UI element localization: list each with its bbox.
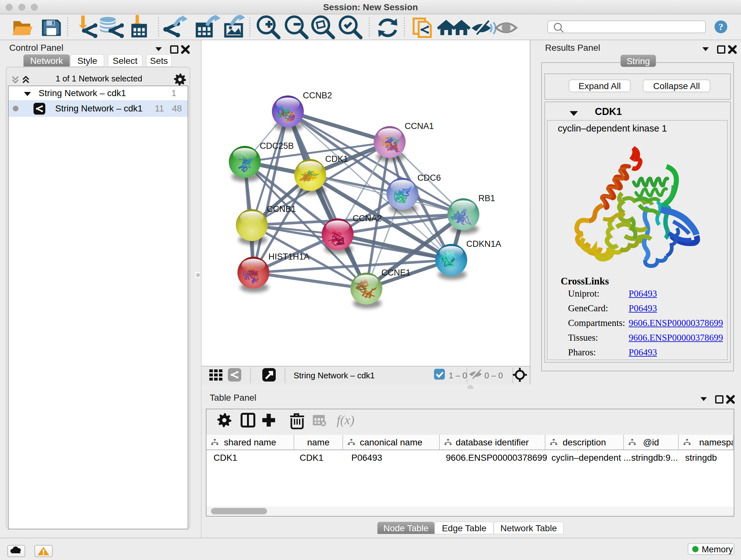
svg-text:CCNA1: CCNA1 bbox=[405, 121, 434, 131]
svg-text:CCNB1: CCNB1 bbox=[267, 204, 296, 214]
svg-text:CCNE1: CCNE1 bbox=[381, 268, 411, 277]
svg-text:CDK1: CDK1 bbox=[325, 154, 348, 164]
svg-text:CDKN1A: CDKN1A bbox=[466, 239, 501, 249]
svg-text:RB1: RB1 bbox=[478, 193, 495, 203]
svg-text:?: ? bbox=[719, 21, 724, 32]
svg-text:CDC25B: CDC25B bbox=[260, 141, 294, 151]
svg-text:CCNB2: CCNB2 bbox=[303, 91, 332, 100]
svg-text:CDC6: CDC6 bbox=[417, 173, 441, 183]
svg-text:CCNA2: CCNA2 bbox=[353, 213, 382, 223]
svg-text:HIST1H1A: HIST1H1A bbox=[268, 252, 310, 261]
